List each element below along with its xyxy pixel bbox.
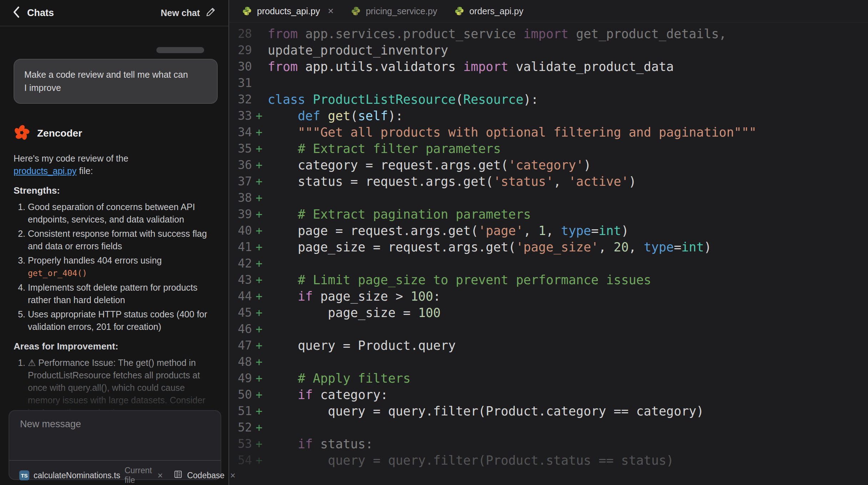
diff-added-marker: + [253, 206, 265, 223]
code-line-35: 35+ # Extract filter parameters [231, 141, 868, 157]
code-line-31: 31 [231, 75, 868, 91]
diff-added-marker: + [253, 239, 265, 255]
code-line-28: 28from app.services.product_service impo… [231, 26, 868, 42]
diff-added-marker: + [253, 157, 265, 173]
code-line-34: 34+ """Get all products with optional fi… [231, 124, 868, 141]
diff-added-marker: + [253, 452, 265, 469]
code-line-44: 44+ if page_size > 100: [231, 288, 868, 305]
line-number: 42 [231, 255, 252, 272]
code-line-30: 30from app.utils.validators import valid… [231, 58, 868, 75]
strength-item-1: Good separation of concerns between API … [28, 201, 215, 226]
improvements-heading: Areas for Improvement: [14, 340, 215, 352]
diff-added-marker: + [253, 370, 265, 387]
review-intro: Here's my code review of the products_ap… [14, 152, 194, 177]
code-text: page = request.args.get('page', 1, type=… [268, 223, 629, 239]
context-chips: TScalculateNominations.tsCurrent file×Co… [9, 461, 221, 485]
code-text: query = query.filter(Product.category ==… [268, 403, 704, 419]
code-text: from app.utils.validators import validat… [268, 58, 674, 75]
strengths-heading: Strengths: [14, 184, 215, 196]
new-chat-button[interactable]: New chat [161, 6, 216, 19]
context-chip-codebase[interactable]: Codebase× [173, 470, 235, 481]
diff-added-marker: + [253, 305, 265, 321]
line-number: 47 [231, 337, 252, 354]
code-line-46: 46+ [231, 321, 868, 337]
chip-close-icon[interactable]: × [230, 470, 236, 481]
code-line-50: 50+ if category: [231, 387, 868, 403]
line-number: 39 [231, 206, 252, 223]
code-text: if status: [268, 436, 373, 452]
context-chip-calculatenominations-ts[interactable]: TScalculateNominations.tsCurrent file× [19, 466, 163, 485]
message-composer: New message TScalculateNominations.tsCur… [9, 410, 221, 480]
line-number: 54 [231, 452, 252, 469]
code-line-38: 38+ [231, 190, 868, 206]
line-number: 48 [231, 354, 252, 370]
codebase-icon [173, 470, 183, 481]
line-number: 49 [231, 370, 252, 387]
tab-label: orders_api.py [469, 6, 523, 16]
new-message-input[interactable]: New message [9, 411, 221, 460]
chip-close-icon[interactable]: × [158, 470, 163, 481]
line-number: 51 [231, 403, 252, 419]
code-text: """Get all products with optional filter… [268, 124, 757, 141]
diff-added-marker: + [253, 272, 265, 288]
strength-item-2: Consistent response format with success … [28, 228, 215, 252]
editor-tab-orders_api-py[interactable]: orders_api.py [446, 0, 532, 22]
code-text: # Extract pagination parameters [268, 206, 531, 223]
python-icon [242, 6, 252, 16]
code-area[interactable]: 28from app.services.product_service impo… [229, 23, 868, 469]
code-line-36: 36+ category = request.args.get('categor… [231, 157, 868, 173]
diff-added-marker: + [253, 436, 265, 452]
line-number: 52 [231, 419, 252, 436]
line-number: 50 [231, 387, 252, 403]
tab-label: pricing_service.py [366, 6, 437, 16]
diff-added-marker [253, 75, 265, 91]
file-link[interactable]: products_api.py [14, 166, 77, 176]
code-text: class ProductListResource(Resource): [268, 91, 539, 108]
chip-label: calculateNominations.ts [34, 471, 120, 480]
diff-added-marker [253, 58, 265, 75]
diff-added-marker: + [253, 190, 265, 206]
line-number: 37 [231, 173, 252, 190]
code-line-37: 37+ status = request.args.get('status', … [231, 173, 868, 190]
back-button[interactable] [12, 6, 20, 20]
code-text: query = Product.query [268, 337, 456, 354]
code-line-53: 53+ if status: [231, 436, 868, 452]
diff-added-marker: + [253, 108, 265, 124]
strength-item-5: Uses appropriate HTTP status codes (400 … [28, 308, 215, 333]
intro-post: file: [77, 166, 93, 176]
line-number: 32 [231, 91, 252, 108]
line-number: 33 [231, 108, 252, 124]
code-line-47: 47+ query = Product.query [231, 337, 868, 354]
editor-tab-products_api-py[interactable]: products_api.py× [233, 0, 342, 22]
line-number: 44 [231, 288, 252, 305]
diff-added-marker: + [253, 321, 265, 337]
tab-close-icon[interactable]: × [328, 5, 334, 17]
app-window: Chats New chat Make a code review and te… [0, 0, 868, 485]
code-text: category = request.args.get('category') [268, 157, 591, 173]
code-editor: products_api.py×pricing_service.pyorders… [228, 0, 868, 485]
loading-placeholder-bar [156, 47, 204, 53]
chip-label: Codebase [187, 471, 224, 480]
ts-file-icon: TS [19, 470, 29, 480]
line-number: 40 [231, 223, 252, 239]
code-line-40: 40+ page = request.args.get('page', 1, t… [231, 223, 868, 239]
code-text: if category: [268, 387, 388, 403]
diff-added-marker: + [253, 173, 265, 190]
sidebar-header: Chats New chat [0, 0, 228, 26]
line-number: 53 [231, 436, 252, 452]
code-line-45: 45+ page_size = 100 [231, 305, 868, 321]
editor-tab-pricing_service-py[interactable]: pricing_service.py [342, 0, 446, 22]
code-line-51: 51+ query = query.filter(Product.categor… [231, 403, 868, 419]
line-number: 35 [231, 141, 252, 157]
improvements-list: ⚠ Performance Issue: The get() method in… [14, 357, 215, 419]
code-text: def get(self): [268, 108, 403, 124]
line-number: 36 [231, 157, 252, 173]
line-number: 31 [231, 75, 252, 91]
code-text: from app.services.product_service import… [268, 26, 726, 42]
line-number: 43 [231, 272, 252, 288]
diff-added-marker: + [253, 387, 265, 403]
diff-added-marker: + [253, 124, 265, 141]
diff-added-marker: + [253, 255, 265, 272]
code-line-43: 43+ # Limit page_size to prevent perform… [231, 272, 868, 288]
diff-added-marker: + [253, 419, 265, 436]
